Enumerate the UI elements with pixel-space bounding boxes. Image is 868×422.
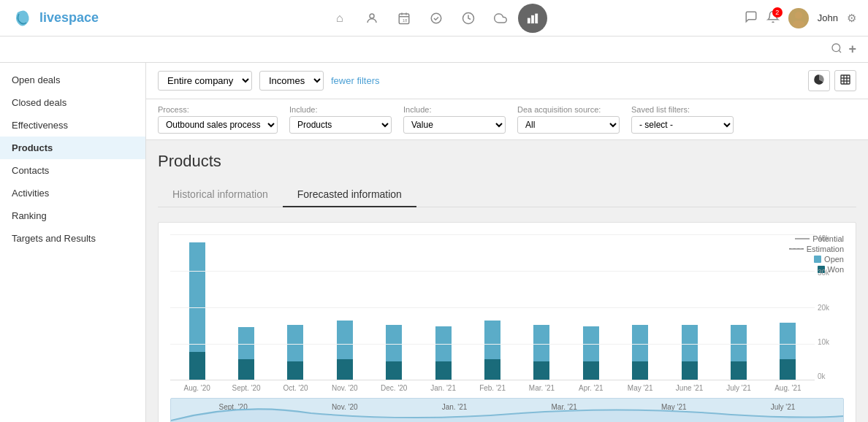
logo[interactable]: livespace bbox=[12, 7, 99, 30]
bar-stack bbox=[435, 326, 452, 380]
svg-rect-7 bbox=[528, 18, 530, 23]
content-area: Entire company Incomes fewer filters Pro… bbox=[146, 63, 868, 422]
bar-month-label: Sept. '20 bbox=[222, 384, 270, 392]
bar-won bbox=[337, 359, 353, 380]
svg-point-6 bbox=[431, 13, 441, 23]
messages-btn[interactable] bbox=[745, 10, 758, 26]
bar-stack bbox=[632, 325, 648, 380]
bar-open bbox=[682, 325, 698, 361]
svg-point-11 bbox=[793, 20, 804, 28]
bar-stack bbox=[484, 321, 500, 380]
process-group: Process: Outbound sales process bbox=[158, 105, 278, 134]
tab-historical[interactable]: Historical information bbox=[158, 183, 283, 207]
nav-icons: ⌂ 18 bbox=[128, 4, 745, 33]
notifications-btn[interactable]: 2 bbox=[766, 10, 780, 26]
bar-open bbox=[337, 321, 353, 359]
bar-open bbox=[632, 325, 648, 361]
sidebar-item-open-deals[interactable]: Open deals bbox=[0, 69, 145, 91]
logo-text: livespace bbox=[39, 10, 99, 26]
bar-month-label: May '21 bbox=[617, 384, 664, 392]
search-btn[interactable] bbox=[831, 42, 842, 56]
cloud-nav-btn[interactable] bbox=[486, 4, 515, 33]
bar-month-label: Jan. '21 bbox=[419, 384, 467, 392]
sidebar-item-products[interactable]: Products bbox=[0, 137, 145, 159]
bar-month-label: Nov. '20 bbox=[321, 384, 368, 392]
bar-open bbox=[386, 325, 402, 361]
svg-point-10 bbox=[795, 12, 802, 19]
bar-open bbox=[484, 321, 500, 359]
value-group: Include: Value bbox=[403, 105, 506, 134]
process-select[interactable]: Outbound sales process bbox=[158, 116, 278, 134]
svg-text:18: 18 bbox=[403, 18, 408, 23]
table-view-btn[interactable] bbox=[834, 70, 856, 91]
bar-won bbox=[435, 361, 452, 380]
bar-stack bbox=[337, 321, 353, 380]
sidebar: Open deals Closed deals Effectiveness Pr… bbox=[0, 63, 146, 422]
bar-open bbox=[533, 325, 549, 361]
bar-won bbox=[533, 361, 549, 380]
y-label-0k: 0k bbox=[818, 372, 844, 380]
calendar-nav-btn[interactable]: 18 bbox=[389, 4, 419, 33]
value-select[interactable]: Value bbox=[403, 116, 506, 134]
sidebar-item-contacts[interactable]: Contacts bbox=[0, 159, 145, 182]
top-navigation: livespace ⌂ 18 2 Joh bbox=[0, 0, 868, 37]
home-nav-btn[interactable]: ⌂ bbox=[325, 4, 354, 33]
chart-scrollbar[interactable]: Sept. '20 Nov. '20 Jan. '21 Mar. '21 May… bbox=[170, 398, 844, 422]
bar-month-label: June '21 bbox=[666, 384, 713, 392]
dea-label: Dea acquisition source: bbox=[517, 105, 620, 114]
bars-container bbox=[170, 234, 815, 380]
income-type-filter[interactable]: Incomes bbox=[259, 71, 324, 91]
bar-stack bbox=[189, 242, 205, 380]
bar-stack bbox=[533, 325, 549, 380]
reports-nav-btn[interactable] bbox=[518, 4, 547, 33]
include-select[interactable]: Products bbox=[289, 116, 392, 134]
bar-labels-row: Aug. '20Sept. '20Oct. '20Nov. '20Dec. '2… bbox=[170, 380, 815, 394]
tab-forecasted[interactable]: Forecasted information bbox=[283, 183, 416, 207]
company-filter[interactable]: Entire company bbox=[158, 71, 252, 91]
sidebar-item-activities[interactable]: Activities bbox=[0, 182, 145, 204]
bar-month-label: Mar. '21 bbox=[518, 384, 566, 392]
sidebar-item-effectiveness[interactable]: Effectiveness bbox=[0, 114, 145, 137]
svg-rect-9 bbox=[536, 14, 538, 23]
notification-badge: 2 bbox=[772, 7, 783, 18]
settings-btn[interactable]: ⚙ bbox=[847, 12, 856, 25]
dea-group: Dea acquisition source: All bbox=[517, 105, 620, 134]
fewer-filters-link[interactable]: fewer filters bbox=[331, 75, 379, 86]
y-label-40k: 40k bbox=[818, 234, 844, 242]
bar-stack bbox=[287, 325, 303, 380]
add-btn[interactable]: + bbox=[848, 42, 856, 57]
y-label-10k: 10k bbox=[818, 338, 844, 346]
bar-stack bbox=[780, 323, 796, 380]
value-label: Include: bbox=[403, 105, 506, 114]
chart-area: Potential Estimation Open Won bbox=[158, 222, 856, 422]
bar-month-label: Dec. '20 bbox=[370, 384, 418, 392]
bar-month-label: Feb. '21 bbox=[468, 384, 516, 392]
bar-month-label: Oct. '20 bbox=[272, 384, 319, 392]
bar-won bbox=[780, 359, 796, 380]
logo-icon bbox=[12, 7, 35, 30]
tabs: Historical information Forecasted inform… bbox=[158, 183, 856, 207]
y-label-30k: 30k bbox=[818, 269, 844, 277]
deals-nav-btn[interactable] bbox=[454, 4, 483, 33]
svg-line-13 bbox=[840, 50, 842, 53]
sidebar-item-targets[interactable]: Targets and Results bbox=[0, 227, 145, 250]
svg-rect-14 bbox=[841, 75, 850, 84]
dea-select[interactable]: All bbox=[517, 116, 620, 134]
bar-month-label: Apr. '21 bbox=[567, 384, 614, 392]
bar-won bbox=[682, 361, 698, 380]
tasks-nav-btn[interactable] bbox=[422, 4, 451, 33]
bar-month-label: July '21 bbox=[715, 384, 762, 392]
include-group: Include: Products bbox=[289, 105, 392, 134]
saved-select[interactable]: - select - bbox=[631, 116, 734, 134]
pie-chart-view-btn[interactable] bbox=[808, 70, 830, 91]
sidebar-item-closed-deals[interactable]: Closed deals bbox=[0, 91, 145, 114]
page-body: Products Historical information Forecast… bbox=[146, 140, 868, 422]
filter-bar-right bbox=[808, 70, 856, 91]
sidebar-item-ranking[interactable]: Ranking bbox=[0, 204, 145, 227]
contacts-nav-btn[interactable] bbox=[357, 4, 387, 33]
bar-stack bbox=[731, 325, 747, 380]
svg-rect-8 bbox=[531, 15, 533, 23]
bar-open bbox=[780, 323, 796, 359]
bar-won bbox=[632, 361, 648, 380]
bar-month-label: Aug. '20 bbox=[173, 384, 221, 392]
